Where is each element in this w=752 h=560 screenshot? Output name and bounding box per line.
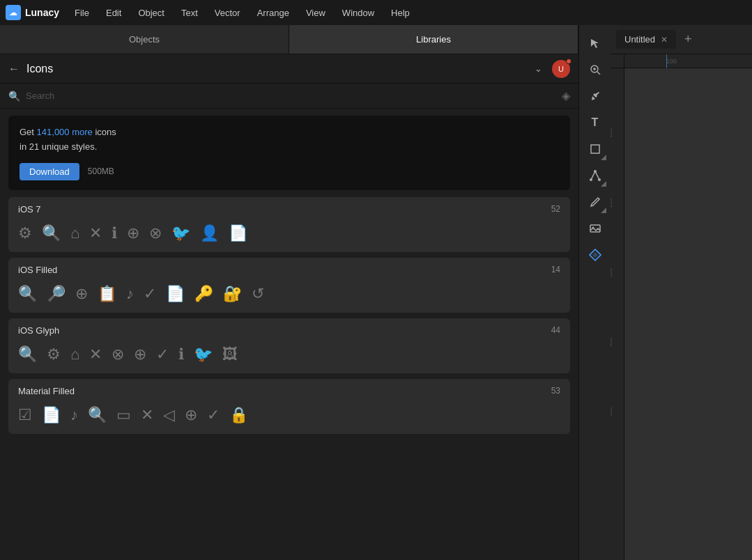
icon-preview: ⚙ [47,345,61,364]
icon-preview: 📄 [229,224,247,242]
icon-preview: ℹ [178,345,184,364]
add-tab-button[interactable]: + [680,29,696,49]
canvas-content[interactable] [624,68,752,560]
tool-vector[interactable] [583,163,608,188]
tool-arrow-indicator [601,181,606,187]
promo-highlight: 141,000 more [37,127,93,137]
icon-preview: ⊕ [75,285,88,303]
canvas-tab[interactable]: Untitled ✕ [616,30,676,49]
menu-text[interactable]: Text [174,5,205,21]
file-size-label: 500MB [88,166,114,176]
search-icon: 🔍 [8,91,20,102]
category-count-ios7: 52 [551,204,560,214]
svg-point-5 [594,170,597,173]
tool-zoom[interactable] [583,57,608,82]
icon-preview: ✕ [141,406,153,424]
notification-dot [566,59,571,64]
category-icons-material-filled: ☑ 📄 ♪ 🔍 ▭ ✕ ◁ ⊕ ✓ 🔒 [8,403,570,434]
icon-preview: 🔐 [223,285,242,303]
icon-preview: ✕ [89,224,102,242]
category-icons-ios7: ⚙ 🔍 ⌂ ✕ ℹ ⊕ ⊗ 🐦 👤 📄 [8,221,570,252]
download-button[interactable]: Download [20,163,79,180]
icon-preview: 🔍 [88,406,107,424]
category-count-ios-filled: 14 [551,265,560,274]
search-input[interactable] [26,91,562,101]
icon-preview: 🔍 [18,345,37,364]
icon-preview: ✓ [207,406,220,424]
icon-preview: ⊕ [127,224,139,242]
left-panel: Objects Libraries ← Icons ⌄ U 🔍 ◈ Get [0,25,578,560]
icon-preview: ▭ [116,406,131,424]
category-icons-ios-filled: 🔍 🔎 ⊕ 📋 ♪ ✓ 📄 🔑 🔐 ↺ [8,282,570,313]
svg-line-1 [597,72,600,75]
menu-bar: ☁ Lunacy File Edit Object Text Vector Ar… [0,0,752,25]
right-toolbar: T [578,25,611,560]
app-name: Lunacy [25,7,59,18]
icon-preview: 🔑 [194,285,213,303]
icon-preview: ⊕ [185,406,197,424]
category-header-ios-glyph: iOS Glyph 44 [8,318,570,343]
tool-arrow-indicator [601,208,606,213]
icon-preview: ⊗ [112,345,124,364]
category-ios-filled[interactable]: iOS Filled 14 🔍 🔎 ⊕ 📋 ♪ ✓ 📄 🔑 🔐 ↺ [8,258,570,313]
category-name-material-filled: Material Filled [18,386,75,396]
tool-text[interactable]: T [583,110,608,135]
header-actions: ⌄ U [530,60,570,78]
icon-preview: ⊕ [134,345,146,364]
icon-preview: ⚙ [18,224,32,242]
menu-edit[interactable]: Edit [99,5,128,21]
tab-objects[interactable]: Objects [0,25,289,54]
tool-eyedropper[interactable] [583,84,608,109]
canvas-tab-close[interactable]: ✕ [661,36,668,44]
category-name-ios-filled: iOS Filled [18,265,57,275]
category-material-filled[interactable]: Material Filled 53 ☑ 📄 ♪ 🔍 ▭ ✕ ◁ ⊕ ✓ 🔒 [8,379,570,434]
chevron-down-icon[interactable]: ⌄ [530,61,546,77]
user-avatar[interactable]: U [552,60,570,78]
canvas-tab-bar: Untitled ✕ + [611,25,752,54]
canvas-viewport[interactable]: 100 100 200 300 400 500 ✕ [611,54,752,560]
icon-preview: 🔍 [42,224,61,242]
icon-preview: 🔎 [47,285,66,303]
tool-image[interactable] [583,216,608,241]
menu-object[interactable]: Object [131,5,171,21]
menu-vector[interactable]: Vector [208,5,247,21]
search-bar: 🔍 ◈ [0,84,578,109]
icon-preview: ↺ [252,285,264,303]
categories-list: iOS 7 52 ⚙ 🔍 ⌂ ✕ ℹ ⊕ ⊗ 🐦 👤 📄 [0,197,578,560]
tool-select[interactable] [583,31,608,56]
promo-text: Get 141,000 more iconsin 21 unique style… [20,125,559,155]
icon-preview: ⊗ [149,224,162,242]
menu-window[interactable]: Window [335,5,381,21]
category-icons-ios-glyph: 🔍 ⚙ ⌂ ✕ ⊗ ⊕ ✓ ℹ 🐦 🖼 [8,343,570,373]
menu-view[interactable]: View [299,5,332,21]
icon-preview: 🐦 [194,345,213,364]
icon-preview: ◁ [163,406,175,424]
filter-icon[interactable]: ◈ [562,89,570,102]
svg-point-7 [598,178,601,181]
menu-help[interactable]: Help [384,5,417,21]
icons-panel-header: ← Icons ⌄ U [0,54,578,84]
tab-libraries[interactable]: Libraries [289,25,578,54]
svg-point-6 [590,178,592,181]
tool-shape[interactable] [583,137,608,162]
back-button[interactable]: ← [8,63,20,75]
icon-preview: ✕ [89,345,102,364]
icon-preview: ✓ [144,285,156,303]
icon-preview: ♪ [70,406,78,424]
icon-preview: ⌂ [70,224,79,242]
tool-component[interactable] [583,242,608,267]
ruler-left: 100 200 300 400 500 [611,68,624,560]
menu-file[interactable]: File [68,5,96,21]
main-area: Objects Libraries ← Icons ⌄ U 🔍 ◈ Get [0,25,752,560]
icon-preview: 🔍 [18,285,37,303]
icon-preview: ℹ [112,224,117,242]
icon-preview: ☑ [18,406,32,424]
icon-preview: 🔒 [229,406,248,424]
category-ios-glyph[interactable]: iOS Glyph 44 🔍 ⚙ ⌂ ✕ ⊗ ⊕ ✓ ℹ 🐦 🖼 [8,318,570,373]
svg-rect-4 [591,145,599,153]
menu-arrange[interactable]: Arrange [250,5,296,21]
tool-pencil[interactable] [583,189,608,215]
app-logo: ☁ Lunacy [6,5,59,20]
category-header-material-filled: Material Filled 53 [8,379,570,403]
category-ios7[interactable]: iOS 7 52 ⚙ 🔍 ⌂ ✕ ℹ ⊕ ⊗ 🐦 👤 📄 [8,197,570,252]
